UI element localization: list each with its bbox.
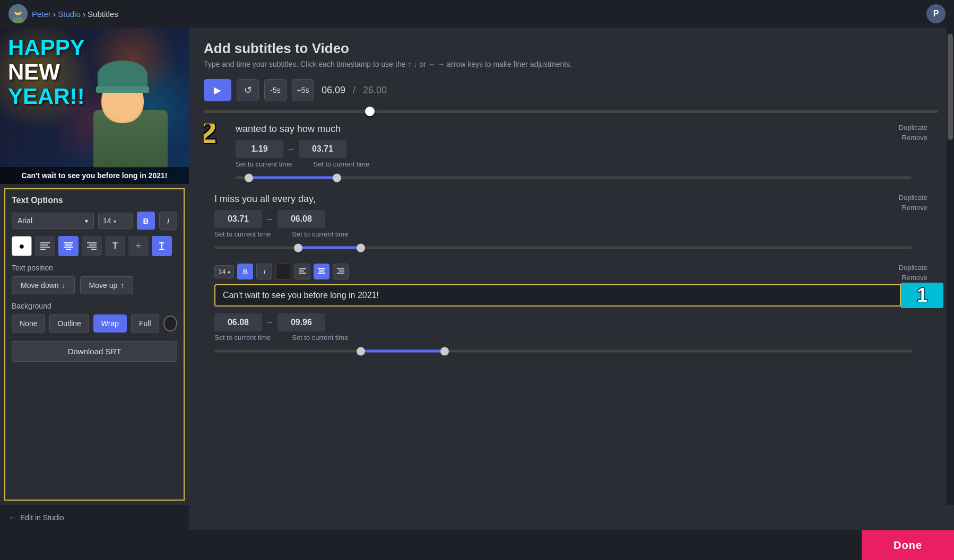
timeline[interactable] [204,110,938,113]
play-button[interactable]: ▶ [204,79,231,101]
remove-button[interactable]: Remove [902,204,927,212]
start-time[interactable]: 1.19 [236,140,283,158]
sub-align-center[interactable] [314,264,329,279]
subtitle-slider[interactable] [214,346,912,356]
breadcrumb-studio[interactable]: Studio [58,10,81,19]
svg-rect-9 [65,244,72,246]
timestamp-sep: – [267,318,272,327]
svg-point-3 [13,7,23,13]
font-family-chevron [85,216,88,225]
move-up-button[interactable]: Move up ↑ [80,276,134,294]
bg-wrap-button[interactable]: Wrap [93,314,127,332]
reset-button[interactable]: ↺ [237,79,259,101]
minus5-button[interactable]: -5s [264,79,287,101]
font-family-select[interactable]: Arial [12,213,94,229]
end-time[interactable]: 06.08 [277,210,325,228]
svg-rect-2 [13,17,23,23]
subtitle-slider[interactable] [214,242,912,253]
remove-button[interactable]: Remove [902,274,927,282]
slider-start-thumb[interactable] [294,243,302,252]
font-family-value: Arial [18,216,32,225]
svg-rect-12 [87,242,97,243]
text-spacing-button[interactable]: ÷ [128,236,149,256]
hat [98,60,148,90]
playback-controls: ▶ ↺ -5s +5s 06.09 / 26.00 [204,79,954,101]
svg-rect-15 [91,249,97,250]
sub-align-right[interactable] [333,264,349,279]
sub-bold-button[interactable]: B [237,264,253,279]
scrollbar-thumb[interactable] [948,34,953,140]
scrollbar-track[interactable] [947,28,954,505]
end-time[interactable]: 03.71 [299,140,346,158]
font-size-select[interactable]: 14 [98,213,133,229]
edit-in-studio-button[interactable]: ← Edit in Studio [0,505,189,530]
slider-end-thumb[interactable] [333,173,341,182]
user-menu-button[interactable]: P [926,4,946,23]
set-end-time-link[interactable]: Set to current time [292,334,348,342]
sub-size-value: 14 [218,268,226,276]
remove-button[interactable]: Remove [902,134,927,142]
current-time: 06.09 [322,85,345,96]
plus5-button[interactable]: +5s [292,79,314,101]
text-options-title: Text Options [12,196,177,205]
sub-italic-button[interactable]: I [256,264,272,279]
slider-end-thumb[interactable] [357,243,365,252]
slider-start-thumb[interactable] [357,347,365,355]
duplicate-button[interactable]: Duplicate [899,124,927,132]
set-start-time-link[interactable]: Set to current time [214,334,271,342]
timestamp-row: 03.71 – 06.08 [214,210,943,228]
timestamp-row: 06.08 – 09.96 [214,313,943,331]
text-position-label: Text position [12,264,177,272]
subtitle-number-2: 2 [204,124,216,148]
bg-outline-button[interactable]: Outline [49,314,89,332]
breadcrumb-user[interactable]: Peter [32,10,51,19]
timestamp-row: 1.19 – 03.71 [236,140,943,158]
bg-full-button[interactable]: Full [131,314,159,332]
end-time[interactable]: 09.96 [277,313,325,331]
svg-rect-17 [299,270,304,272]
subtitle-text-input[interactable] [214,284,901,307]
color-picker-button[interactable]: ● [12,236,32,256]
bg-none-button[interactable]: None [12,314,45,332]
slider-end-thumb[interactable] [440,347,449,355]
align-center-button[interactable] [58,236,79,256]
set-start-time-link[interactable]: Set to current time [236,160,292,168]
download-srt-button[interactable]: Download SRT [12,341,177,362]
start-time[interactable]: 03.71 [214,210,262,228]
happy-text: Happy NEW YEAR!! [8,36,85,109]
sub-align-left[interactable] [294,264,310,279]
slider-track [214,247,912,249]
sub-size-select[interactable]: 14 [214,265,234,278]
bg-color-picker[interactable] [163,316,177,331]
slider-track [236,177,912,179]
duplicate-button[interactable]: Duplicate [899,194,927,202]
timestamp-sep: – [267,214,272,224]
timestamp-sep: – [289,144,293,154]
set-end-time-link[interactable]: Set to current time [292,230,348,238]
svg-rect-8 [64,242,73,243]
align-right-button[interactable] [82,236,102,256]
svg-rect-24 [337,273,344,274]
subtitle-item-active: Duplicate Remove 14 B I [204,264,943,356]
align-left-button[interactable] [35,236,55,256]
subtitle-slider[interactable] [236,172,912,183]
sub-color-button[interactable] [275,264,291,279]
person-figure [83,51,178,168]
set-end-time-link[interactable]: Set to current time [313,160,369,168]
text-style-button[interactable]: T [105,236,125,256]
text-underline-button[interactable]: T [152,236,172,256]
edit-in-studio-label: Edit in Studio [20,513,64,522]
bold-button[interactable]: B [137,212,155,230]
start-time[interactable]: 06.08 [214,313,262,331]
done-button[interactable]: Done [862,530,954,560]
slider-start-thumb[interactable] [245,173,253,182]
italic-button[interactable]: I [159,212,177,230]
timeline-thumb[interactable] [365,107,375,116]
breadcrumb: Peter › Studio › Subtitles [32,10,118,19]
font-size-chevron [114,216,116,225]
svg-rect-14 [87,247,97,248]
set-start-time-link[interactable]: Set to current time [214,230,271,238]
move-down-button[interactable]: Move down ↓ [12,276,75,294]
duplicate-button[interactable]: Duplicate [899,264,927,272]
page-title: Add subtitles to Video [204,40,954,57]
